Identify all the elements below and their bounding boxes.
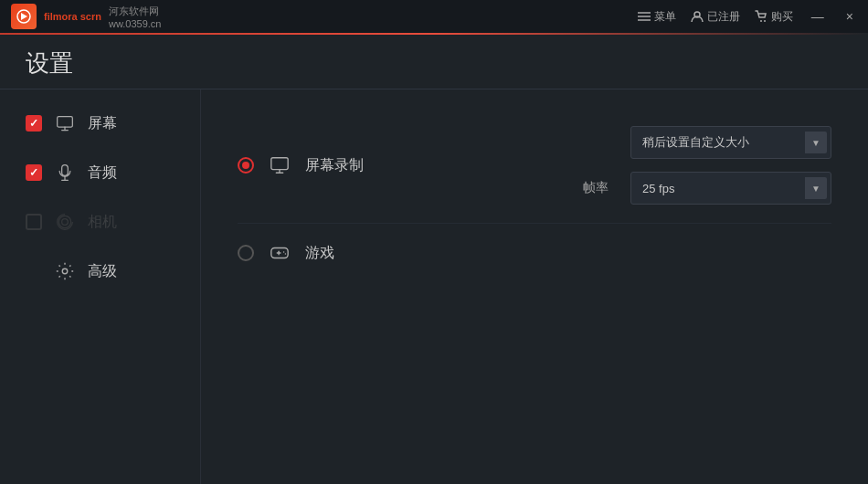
- camera-label: 相机: [88, 213, 117, 232]
- registered-label: 已注册: [707, 9, 740, 25]
- fps-label: 帧率: [583, 180, 619, 196]
- svg-point-5: [760, 20, 762, 22]
- cart-icon: [755, 10, 767, 23]
- right-panel: 屏幕录制 稍后设置自定义大小 帧率 25 fps: [201, 89, 868, 484]
- logo-name: filmora scrn: [44, 11, 101, 22]
- fps-dropdown-arrow: [805, 177, 827, 199]
- game-row: 游戏: [238, 224, 831, 282]
- sidebar-item-advanced[interactable]: 高级: [0, 247, 200, 296]
- audio-label: 音频: [88, 163, 117, 183]
- svg-rect-7: [58, 117, 73, 128]
- svg-point-14: [58, 216, 70, 227]
- camera-icon: [55, 212, 75, 232]
- gear-icon: [55, 261, 75, 281]
- camera-checkbox: [26, 214, 42, 230]
- audio-icon: [55, 163, 75, 183]
- audio-checkbox[interactable]: [26, 164, 42, 181]
- svg-rect-16: [271, 158, 288, 170]
- titlebar: filmora scrn 河东软件网 ww.0359.cn 菜单 已注册: [0, 0, 868, 33]
- minimize-button[interactable]: —: [808, 9, 828, 24]
- sidebar-item-audio[interactable]: 音频: [0, 148, 200, 197]
- advanced-label: 高级: [88, 262, 117, 281]
- sidebar: 屏幕 音频: [0, 89, 201, 484]
- fps-dropdown[interactable]: 25 fps: [630, 172, 831, 205]
- game-radio[interactable]: [238, 245, 254, 261]
- user-icon: [691, 10, 704, 23]
- screen-record-icon: [269, 154, 291, 176]
- menu-label: 菜单: [654, 9, 676, 25]
- sidebar-item-camera: 相机: [0, 197, 200, 247]
- screen-icon: [55, 113, 75, 133]
- screen-record-radio[interactable]: [238, 157, 254, 174]
- svg-point-13: [62, 219, 69, 226]
- watermark: 河东软件网 ww.0359.cn: [109, 5, 161, 29]
- menu-button[interactable]: 菜单: [638, 9, 676, 25]
- logo-icon: [11, 4, 37, 29]
- svg-point-6: [764, 20, 766, 22]
- buy-button[interactable]: 购买: [755, 9, 793, 25]
- screen-record-controls: 稍后设置自定义大小 帧率 25 fps: [557, 126, 831, 205]
- menu-icon: [638, 11, 651, 22]
- main-content: 屏幕 音频: [0, 89, 868, 484]
- registered-button[interactable]: 已注册: [691, 9, 740, 25]
- page-title: 设置: [26, 49, 73, 77]
- svg-point-15: [62, 268, 68, 274]
- game-label: 游戏: [305, 244, 378, 263]
- screen-record-row: 屏幕录制 稍后设置自定义大小 帧率 25 fps: [238, 108, 831, 224]
- size-dropdown[interactable]: 稍后设置自定义大小: [630, 126, 831, 159]
- buy-label: 购买: [771, 9, 793, 25]
- game-icon: [269, 242, 291, 264]
- screen-label: 屏幕: [88, 114, 117, 133]
- size-dropdown-value: 稍后设置自定义大小: [642, 134, 749, 151]
- screen-checkbox[interactable]: [26, 115, 42, 132]
- titlebar-left: filmora scrn 河东软件网 ww.0359.cn: [11, 4, 161, 29]
- svg-point-23: [285, 253, 286, 254]
- fps-control-row: 帧率 25 fps: [557, 172, 831, 205]
- page-header: 设置: [0, 35, 868, 89]
- svg-point-22: [283, 251, 284, 252]
- sidebar-item-screen[interactable]: 屏幕: [0, 99, 200, 148]
- close-button[interactable]: ×: [842, 9, 857, 24]
- logo-text: filmora scrn: [44, 11, 101, 22]
- size-dropdown-arrow: [805, 132, 827, 153]
- fps-dropdown-value: 25 fps: [642, 182, 674, 195]
- screen-record-label: 屏幕录制: [305, 156, 378, 175]
- size-control-row: 稍后设置自定义大小: [557, 126, 831, 159]
- titlebar-right: 菜单 已注册 购买 — ×: [638, 9, 857, 25]
